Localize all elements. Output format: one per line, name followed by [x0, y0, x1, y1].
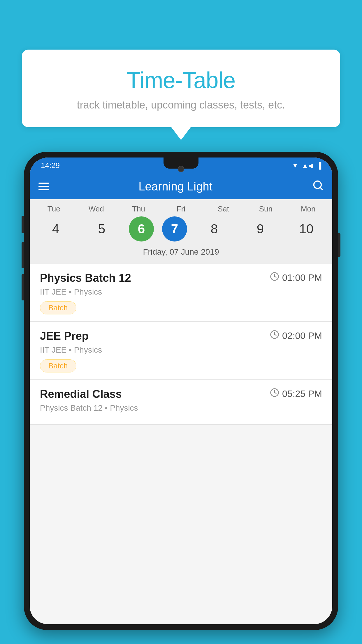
phone-notch: [164, 158, 198, 169]
class-item-2[interactable]: JEE Prep 02:00 PM IIT JEE • Physics: [30, 322, 332, 380]
class-2-time-text: 02:00 PM: [282, 330, 322, 341]
day-7-selected[interactable]: 7: [162, 216, 187, 242]
signal-icon: ▲◀: [302, 162, 313, 169]
day-header-tue: Tue: [35, 204, 73, 214]
class-3-name: Remedial Class: [40, 388, 122, 400]
phone-screen: 14:29 ▼ ▲◀ ▐ Learning Light: [30, 158, 332, 624]
bubble-subtitle: track timetable, upcoming classes, tests…: [36, 99, 326, 111]
day-8[interactable]: 8: [195, 216, 233, 242]
status-time: 14:29: [41, 161, 60, 170]
class-1-name: Physics Batch 12: [40, 272, 131, 284]
clock-icon-3: [270, 388, 279, 400]
silent-button: [22, 274, 24, 300]
day-5[interactable]: 5: [83, 216, 121, 242]
svg-line-1: [320, 187, 322, 189]
hamburger-menu[interactable]: [38, 183, 49, 190]
day-headers: Tue Wed Thu Fri Sat Sun Mon: [33, 204, 329, 214]
wifi-icon: ▼: [292, 162, 298, 169]
class-list: Physics Batch 12 01:00 PM IIT JEE • P: [30, 264, 332, 425]
clock-icon-2: [270, 330, 279, 342]
class-1-time-text: 01:00 PM: [282, 272, 322, 283]
day-header-thu: Thu: [120, 204, 158, 214]
class-1-badge: Batch: [40, 301, 76, 314]
day-10[interactable]: 10: [287, 216, 325, 242]
class-item-1-header: Physics Batch 12 01:00 PM: [40, 272, 322, 284]
calendar-strip: Tue Wed Thu Fri Sat Sun Mon 4 5 6 7 8 9 …: [30, 199, 332, 264]
day-numbers: 4 5 6 7 8 9 10: [33, 216, 329, 242]
day-header-sat: Sat: [204, 204, 242, 214]
class-3-time: 05:25 PM: [270, 388, 322, 400]
class-3-subject: Physics Batch 12 • Physics: [40, 403, 322, 413]
day-header-mon: Mon: [289, 204, 327, 214]
class-2-time: 02:00 PM: [270, 330, 322, 342]
class-3-time-text: 05:25 PM: [282, 388, 322, 399]
class-item-3-header: Remedial Class 05:25 PM: [40, 388, 322, 400]
class-item-2-header: JEE Prep 02:00 PM: [40, 330, 322, 342]
day-9[interactable]: 9: [241, 216, 279, 242]
day-4[interactable]: 4: [37, 216, 75, 242]
day-header-wed: Wed: [77, 204, 115, 214]
bubble-title: Time-Table: [36, 67, 326, 94]
speech-bubble: Time-Table track timetable, upcoming cla…: [22, 50, 340, 127]
selected-date: Friday, 07 June 2019: [33, 245, 329, 261]
class-2-name: JEE Prep: [40, 330, 89, 342]
class-2-subject: IIT JEE • Physics: [40, 345, 322, 355]
phone-container: 14:29 ▼ ▲◀ ▐ Learning Light: [24, 152, 338, 644]
day-6-today[interactable]: 6: [129, 216, 154, 242]
day-header-fri: Fri: [162, 204, 200, 214]
volume-down-button: [22, 242, 24, 268]
class-1-subject: IIT JEE • Physics: [40, 287, 322, 297]
power-button: [338, 233, 340, 257]
day-header-sun: Sun: [247, 204, 285, 214]
class-item-3[interactable]: Remedial Class 05:25 PM Physics Batch: [30, 380, 332, 425]
status-icons: ▼ ▲◀ ▐: [292, 162, 321, 169]
volume-up-button: [22, 216, 24, 233]
class-1-time: 01:00 PM: [270, 272, 322, 284]
class-item-1[interactable]: Physics Batch 12 01:00 PM IIT JEE • P: [30, 264, 332, 322]
clock-icon-1: [270, 272, 279, 284]
app-bar: Learning Light: [30, 174, 332, 199]
phone-frame: 14:29 ▼ ▲◀ ▐ Learning Light: [24, 152, 338, 630]
class-2-badge: Batch: [40, 359, 76, 372]
front-camera: [178, 166, 184, 172]
app-title: Learning Light: [49, 180, 302, 193]
search-button[interactable]: [312, 180, 324, 193]
battery-icon: ▐: [317, 162, 321, 169]
